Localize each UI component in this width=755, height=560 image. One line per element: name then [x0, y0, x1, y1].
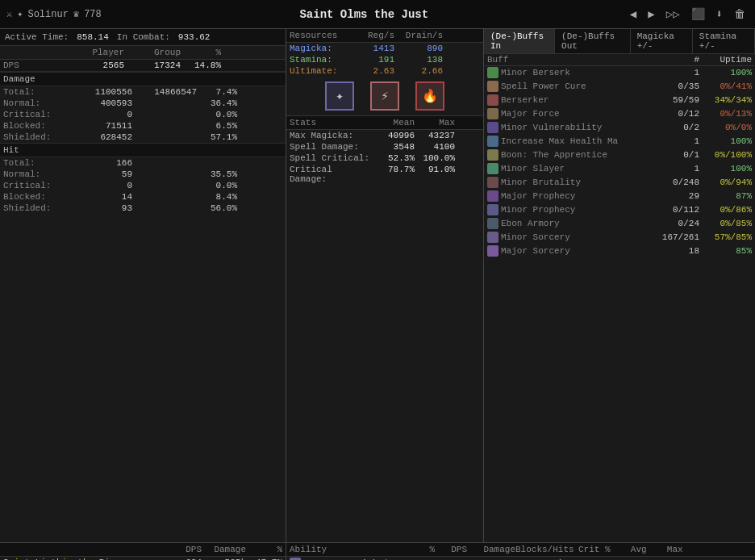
buff-name-cell: Berserker	[487, 94, 655, 106]
ability-header-dmg: Damage	[467, 545, 515, 554]
stat-row-mean: 78.7%	[370, 165, 415, 184]
tab-magicka[interactable]: Magicka +/-	[631, 29, 693, 53]
stat-pct: 0.0%	[197, 110, 237, 119]
buff-row: Minor Sorcery 167/261 57%/85%	[484, 231, 755, 244]
buff-row: Minor Prophecy 0/112 0%/86%	[484, 203, 755, 217]
buff-name-cell: Minor Berserk	[487, 67, 655, 78]
active-time-value: 858.14	[77, 32, 109, 42]
buff-icon	[487, 67, 498, 78]
buff-icon	[487, 136, 498, 147]
buff-name: Major Sorcery	[501, 246, 570, 256]
buff-header-name: Buff	[487, 55, 655, 65]
buff-row: Minor Slayer 1 100%	[484, 162, 755, 176]
stat-val2	[132, 110, 197, 119]
buff-icon	[487, 232, 498, 243]
skill-icon-1[interactable]: ✦	[325, 81, 354, 111]
tab-debuffs-out[interactable]: (De-)Buffs Out	[555, 29, 631, 53]
resource-drain: 138	[394, 55, 443, 65]
stats-data-row: Spell Critical: 52.3% 100.0%	[286, 153, 483, 164]
stat-val1: 71511	[76, 121, 132, 131]
tab-stamina[interactable]: Stamina +/-	[693, 29, 755, 53]
buff-name: Minor Sorcery	[501, 232, 570, 242]
buff-count: 1	[655, 68, 699, 77]
buff-uptime: 0%/94%	[699, 178, 752, 187]
stat-val2	[132, 192, 197, 202]
buff-count: 1	[655, 164, 699, 173]
next-button[interactable]: ▶	[644, 6, 657, 23]
stat-label: Total:	[3, 87, 76, 97]
buff-name: Major Force	[501, 109, 560, 119]
skip-button[interactable]: ▷▷	[663, 6, 683, 23]
stat-val1: 14	[76, 192, 132, 202]
buff-uptime: 87%	[699, 191, 752, 201]
stat-label: Total:	[3, 158, 76, 168]
stat-row-mean: 40996	[370, 131, 415, 140]
ability-header-blocks: Blocks/Hits	[515, 545, 574, 554]
buff-header-uptime: Uptime	[699, 55, 752, 65]
res-reg-header: Reg/s	[350, 31, 394, 40]
resource-rows: Magicka: 1413 890 Stamina: 191 138 Ultim…	[286, 43, 483, 77]
delete-button[interactable]: 🗑	[731, 6, 749, 23]
resource-reg: 1413	[350, 44, 394, 53]
player-name: Solinur	[27, 9, 68, 20]
buff-row: Spell Power Cure 0/35 0%/41%	[484, 80, 755, 94]
buff-name-cell: Increase Max Health Ma	[487, 136, 655, 147]
res-label-header: Resources	[290, 31, 350, 40]
res-drain-header: Drain/s	[394, 31, 443, 40]
buff-icon	[487, 245, 498, 257]
in-combat-value: 933.62	[178, 32, 211, 42]
tab-debuffs-in[interactable]: (De-)Buffs In	[484, 29, 555, 53]
stats-data-row: Critical Damage: 78.7% 91.0%	[286, 164, 483, 185]
buff-icon	[487, 204, 498, 215]
stat-val2	[132, 158, 197, 168]
buff-row: Boon: The Apprentice 0/1 0%/100%	[484, 148, 755, 162]
header-empty	[3, 48, 68, 57]
record-button[interactable]: ⬛	[688, 6, 708, 23]
prev-button[interactable]: ◀	[627, 6, 640, 23]
hit-rows: Total: 166 Normal: 59 35.5% Critical: 0 …	[0, 157, 286, 214]
stat-pct: 7.4%	[197, 87, 237, 97]
buff-uptime: 34%/34%	[699, 95, 752, 105]
stat-val1: 0	[76, 181, 132, 190]
stat-row-mean: 52.3%	[370, 153, 415, 163]
stat-val2	[132, 203, 197, 213]
buff-name-cell: Major Prophecy	[487, 190, 655, 202]
stat-label: Shielded:	[3, 132, 76, 142]
stat-val1: 0	[76, 110, 132, 119]
buff-row: Major Force 0/12 0%/13%	[484, 107, 755, 121]
player-header-name	[3, 545, 165, 554]
damage-stat-row: Total: 1100556 14866547 7.4%	[0, 86, 286, 98]
buff-icon	[487, 108, 498, 119]
player-table-header: DPS Damage %	[0, 543, 286, 557]
buff-row: Major Sorcery 18 85%	[484, 244, 755, 258]
save-button[interactable]: ⬇	[713, 6, 726, 23]
stats-mean-header: Mean	[370, 118, 415, 127]
skill-icon-2[interactable]: ⚡	[370, 81, 399, 111]
skill-icon-3[interactable]: 🔥	[415, 81, 444, 111]
damage-section-header: Damage	[0, 72, 286, 86]
buff-count: 18	[655, 246, 699, 256]
buff-count: 0/248	[655, 178, 699, 187]
buff-uptime: 85%	[699, 246, 752, 256]
stat-label: Normal:	[3, 169, 76, 179]
buff-header-count: #	[655, 55, 699, 65]
buff-uptime: 0%/41%	[699, 81, 752, 91]
stat-label: Normal:	[3, 98, 76, 108]
stat-val2	[132, 98, 197, 108]
damage-stat-row: Critical: 0 0.0%	[0, 109, 286, 120]
buff-count: 59/59	[655, 95, 699, 105]
stat-val1: 628452	[76, 132, 132, 142]
buff-uptime: 57%/85%	[699, 232, 752, 242]
resource-drain: 890	[394, 44, 443, 53]
stat-row-max: 91.0%	[415, 165, 455, 184]
buff-icon	[487, 163, 498, 174]
buff-row: Ebon Armory 0/24 0%/85%	[484, 217, 755, 231]
player-level: 778	[84, 9, 102, 20]
buff-icon	[487, 122, 498, 133]
buff-name-cell: Minor Slayer	[487, 163, 655, 174]
stat-row-max: 100.0%	[415, 153, 455, 163]
ability-table-header: Ability % DPS Damage Blocks/Hits Crit % …	[286, 543, 755, 557]
dps-group: 17324	[124, 61, 181, 70]
resource-label: Stamina:	[290, 55, 350, 65]
buff-name: Minor Berserk	[501, 68, 570, 77]
